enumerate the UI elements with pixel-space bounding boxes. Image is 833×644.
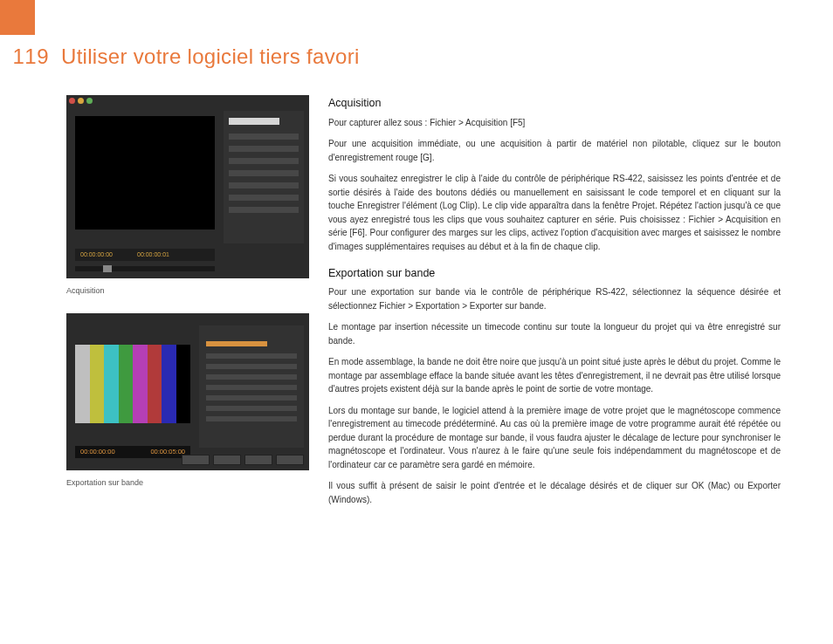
- page-title: Utiliser votre logiciel tiers favori: [61, 40, 360, 72]
- panel-row: [206, 395, 297, 401]
- timecode-out: 00:00:00:01: [137, 250, 169, 260]
- preview-area: [75, 116, 215, 230]
- dialog-button: [213, 455, 241, 465]
- section-heading: Exportation sur bande: [328, 265, 781, 282]
- figure-acquisition: 00:00:00:00 00:00:00:01: [66, 95, 309, 278]
- page-number: 119: [0, 40, 49, 72]
- panel-row: [206, 364, 297, 369]
- zoom-icon: [86, 98, 93, 104]
- paragraph: Le montage par insertion nécessite un ti…: [328, 320, 781, 347]
- figure-caption: Acquisition: [66, 285, 309, 298]
- figure-export-to-tape: 00:00:00:00 00:00:05:00: [66, 313, 309, 470]
- timecode-out: 00:00:05:00: [150, 447, 185, 457]
- panel-row: [229, 207, 299, 213]
- scrub-bar: [75, 266, 215, 271]
- color-bars: [75, 345, 190, 423]
- page: 119 Utiliser votre logiciel tiers favori: [0, 0, 833, 644]
- corner-accent: [0, 0, 35, 35]
- timecode-in: 00:00:00:00: [80, 447, 115, 457]
- dialog-button: [182, 455, 210, 465]
- paragraph: En mode assemblage, la bande ne doit êtr…: [328, 355, 781, 396]
- export-settings-panel: [199, 325, 304, 448]
- panel-row: [206, 406, 297, 411]
- timecode-bar: 00:00:00:00 00:00:05:00: [75, 446, 190, 458]
- panel-row: [229, 146, 299, 152]
- timecode-in: 00:00:00:00: [80, 250, 113, 260]
- panel-row: [229, 195, 299, 201]
- dialog-button: [244, 455, 272, 465]
- panel-row: [229, 134, 299, 140]
- panel-row: [206, 374, 297, 380]
- panel-row: [206, 353, 297, 359]
- figure-caption: Exportation sur bande: [66, 477, 309, 490]
- window-controls: [66, 95, 95, 106]
- content-columns: 00:00:00:00 00:00:00:01 Acquisition: [0, 95, 781, 514]
- paragraph: Pour une acquisition immédiate, ou une a…: [328, 137, 781, 164]
- dialog-buttons: [182, 455, 304, 465]
- panel-row: [229, 170, 299, 176]
- panel-row: [229, 182, 299, 188]
- panel-row: [206, 416, 297, 421]
- close-icon: [69, 98, 75, 104]
- paragraph: Pour une exportation sur bande via le co…: [328, 285, 781, 312]
- paragraph: Il vous suffit à présent de saisir le po…: [328, 479, 781, 506]
- paragraph: Si vous souhaitez enregistrer le clip à …: [328, 172, 781, 253]
- main-text: Acquisition Pour capturer allez sous : F…: [328, 95, 781, 514]
- minimize-icon: [78, 98, 84, 104]
- dialog-button: [276, 455, 304, 465]
- paragraph: Lors du montage sur bande, le logiciel a…: [328, 404, 781, 472]
- paragraph: Pour capturer allez sous : Fichier > Acq…: [328, 116, 781, 130]
- sidebar: 00:00:00:00 00:00:00:01 Acquisition: [66, 95, 309, 514]
- capture-settings-panel: [224, 111, 304, 243]
- page-header: 119 Utiliser votre logiciel tiers favori: [0, 40, 781, 72]
- panel-highlight: [206, 341, 267, 346]
- panel-row: [229, 158, 299, 164]
- panel-heading: [229, 118, 279, 125]
- panel-row: [206, 385, 297, 390]
- timecode-bar: 00:00:00:00 00:00:00:01: [75, 249, 215, 261]
- section-heading: Acquisition: [328, 95, 781, 112]
